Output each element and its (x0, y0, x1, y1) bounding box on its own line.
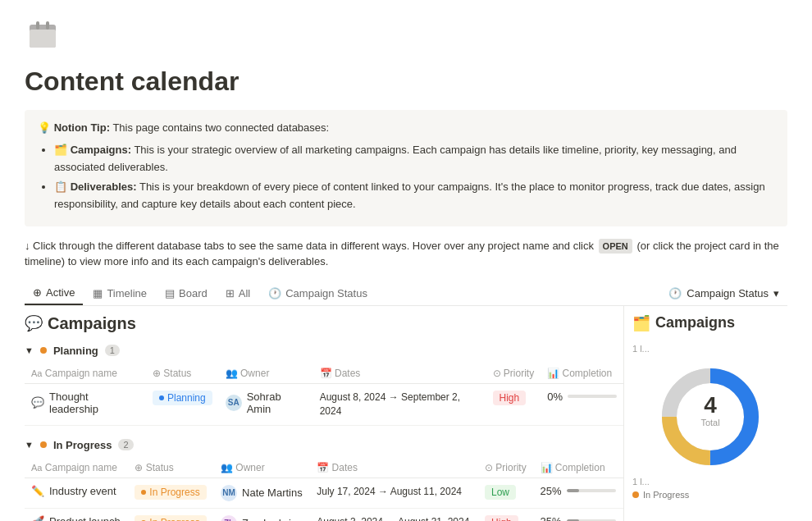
owner-name-sohrab: Sohrab Amin (247, 391, 307, 415)
col-status-planning: ⊕ Status (146, 363, 219, 384)
status-dot-ip1 (141, 490, 146, 495)
campaign-name-cell: 💬 Thought leadership (25, 383, 146, 425)
tab-timeline-label: Timeline (107, 287, 147, 299)
table-row: 💬 Thought leadership Planning (25, 383, 623, 425)
product-name-text: Product launch (49, 515, 121, 521)
completion-0: 0% (547, 391, 617, 403)
campaign-name-cell-industry: ✏️ Industry event (25, 478, 128, 508)
inprogress-group-header: ▼ In Progress 2 (25, 439, 623, 451)
filter-button[interactable]: 🕐 Campaign Status ▾ (660, 282, 787, 304)
progress-bar-25-1 (567, 489, 616, 492)
status-badge-planning: Planning (153, 391, 212, 405)
donut-legend: 1 l... In Progress (632, 477, 787, 502)
product-icon: 🚀 (31, 515, 44, 521)
svg-rect-1 (30, 30, 56, 48)
inprogress-dot (40, 441, 47, 448)
owner-zoe: ZL Zoe Ludwig (221, 515, 303, 521)
chevron-down-icon: ▾ (773, 287, 779, 299)
tip-emoji: 💡 (38, 121, 54, 134)
active-tab-icon: ⊕ (33, 286, 42, 299)
campaign-name-text: Thought leadership (49, 391, 139, 415)
col-priority-planning: ⊙ Priority (486, 363, 541, 384)
campaign-icon: 💬 (31, 396, 44, 409)
priority-cell-low: Low (478, 478, 534, 508)
planning-group-header: ▼ Planning 1 (25, 345, 623, 357)
avatar-sohrab: SA (226, 395, 242, 411)
priority-high-1: High (493, 391, 527, 405)
page-icon (25, 16, 787, 60)
inprogress-group: ▼ In Progress 2 Aa Campaign name ⊕ Statu… (25, 439, 623, 521)
left-panel: 💬 Campaigns ▼ Planning 1 Aa Campaign nam… (25, 306, 623, 521)
tip-header: Notion Tip: (54, 121, 110, 134)
campaign-name-thought-leadership: 💬 Thought leadership (31, 391, 139, 415)
industry-name-text: Industry event (49, 485, 116, 497)
tab-campaign-status-label: Campaign Status (285, 287, 367, 299)
svg-rect-2 (36, 21, 39, 30)
owner-sohrab: SA Sohrab Amin (226, 391, 307, 415)
owner-cell-zoe: ZL Zoe Ludwig (214, 508, 310, 521)
completion-cell-25-2: 25% (534, 508, 623, 521)
inprogress-label: In Progress (53, 439, 112, 451)
board-tab-icon: ▤ (165, 287, 175, 299)
dates-product: August 3, 2024 → August 31, 2024 (317, 515, 472, 521)
tip-body: This page contains two connected databas… (112, 121, 329, 134)
instruction-text: ↓ Click through the different database t… (25, 238, 787, 270)
campaign-name-industry: ✏️ Industry event (31, 485, 121, 497)
tab-timeline[interactable]: ▦ Timeline (84, 282, 155, 304)
priority-high-2: High (485, 515, 518, 521)
priority-low: Low (485, 485, 516, 500)
status-cell-planning: Planning (146, 383, 219, 425)
tip-box: 💡 Notion Tip: This page contains two con… (25, 110, 787, 226)
legend-dot-inprogress (632, 491, 639, 498)
tab-active-label: Active (46, 286, 75, 299)
campaigns-section-title: 💬 Campaigns (25, 314, 623, 333)
completion-25-2: 25% (541, 515, 617, 521)
dates-thought: August 8, 2024 → September 2, 2024 (320, 391, 480, 418)
right-section-title: 🗂️ Campaigns (632, 314, 787, 332)
tab-board[interactable]: ▤ Board (157, 282, 216, 304)
tip-item-1: 🗂️ Campaigns: This is your strategic ove… (54, 142, 774, 176)
completion-pct-25-1: 25% (541, 485, 562, 497)
tab-active[interactable]: ⊕ Active (25, 281, 83, 305)
svg-text:Total: Total (700, 418, 719, 427)
dates-cell-thought: August 8, 2024 → September 2, 2024 (313, 383, 486, 425)
col-completion-inprogress: 📊 Completion (534, 458, 623, 478)
planning-right-note: 1 l... (632, 344, 787, 354)
right-panel: 🗂️ Campaigns 1 l... 4 Total (623, 306, 787, 521)
legend-inprogress: In Progress (632, 490, 787, 500)
donut-chart: 4 Total (657, 363, 764, 470)
completion-pct-25-2: 25% (541, 515, 562, 521)
right-section-icon: 🗂️ (632, 314, 650, 332)
owner-nate: NM Nate Martins (221, 485, 303, 501)
dates-industry: July 17, 2024 → August 11, 2024 (317, 485, 472, 499)
col-completion-planning: 📊 Completion (541, 363, 623, 384)
timeline-tab-icon: ▦ (93, 287, 103, 299)
svg-text:4: 4 (704, 392, 717, 418)
completion-25-1: 25% (541, 485, 617, 497)
campaign-name-product: 🚀 Product launch (31, 515, 121, 521)
tabs-bar: ⊕ Active ▦ Timeline ▤ Board ⊞ All 🕐 Camp… (25, 281, 787, 306)
progress-fill-25-1 (567, 489, 579, 492)
dates-cell-product: August 3, 2024 → August 31, 2024 (310, 508, 478, 521)
tab-campaign-status[interactable]: 🕐 Campaign Status (260, 282, 376, 304)
tab-all[interactable]: ⊞ All (217, 282, 258, 304)
owner-name-zoe: Zoe Ludwig (242, 517, 297, 521)
col-status-inprogress: ⊕ Status (128, 458, 214, 478)
status-cell-inprogress-2: In Progress (128, 508, 214, 521)
status-dot (159, 395, 164, 400)
page-title: Content calendar (25, 66, 787, 97)
tab-board-label: Board (179, 287, 208, 299)
donut-container: 4 Total 1 l... In Progress (632, 355, 787, 510)
right-section-title-text: Campaigns (655, 314, 735, 331)
planning-label: Planning (53, 345, 98, 357)
table-row: 🚀 Product launch In Progress (25, 508, 623, 521)
avatar-zoe: ZL (221, 515, 237, 521)
campaigns-title-text: Campaigns (48, 314, 136, 333)
filter-icon: 🕐 (668, 287, 682, 299)
col-dates-inprogress: 📅 Dates (310, 458, 478, 478)
col-dates-planning: 📅 Dates (313, 363, 486, 384)
planning-toggle[interactable]: ▼ (25, 345, 34, 355)
inprogress-toggle[interactable]: ▼ (25, 440, 34, 450)
svg-rect-3 (46, 21, 49, 30)
planning-table: Aa Campaign name ⊕ Status 👥 Owner 📅 Date… (25, 363, 623, 426)
